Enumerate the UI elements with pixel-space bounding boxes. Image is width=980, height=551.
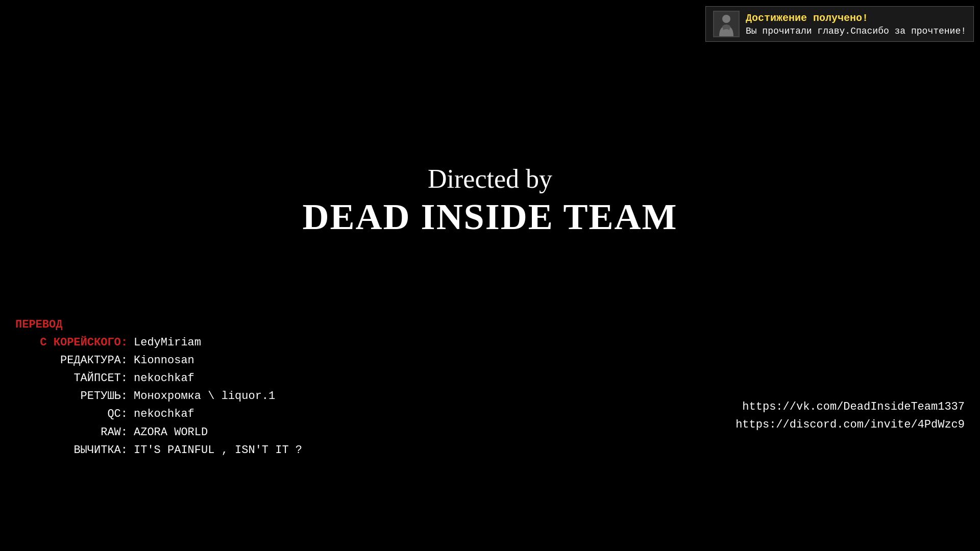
credits-section: ПЕРЕВОД С КОРЕЙСКОГО: LedyMiriam РЕДАКТУ… — [15, 316, 302, 460]
credits-row: RAW: AZORA WORLD — [15, 423, 302, 441]
social-link-vk: https://vk.com/DeadInsideTeam1337 — [736, 398, 965, 416]
credits-value: Kionnosan — [134, 352, 194, 369]
achievement-title: Достижение получено! — [746, 12, 966, 24]
main-content: Directed by DEAD INSIDE TEAM — [0, 163, 980, 239]
credits-value: Монохромка \ liquor.1 — [134, 387, 275, 405]
team-name-label: DEAD INSIDE TEAM — [0, 195, 980, 239]
achievement-notification: Достижение получено! Вы прочитали главу.… — [705, 6, 974, 42]
credits-row: QC: nekochkaf — [15, 405, 302, 423]
directed-by-label: Directed by — [0, 163, 980, 195]
credits-key-white: ТАЙПСЕТ: — [15, 369, 128, 387]
achievement-description: Вы прочитали главу.Спасибо за прочтение! — [746, 26, 966, 36]
credits-row: С КОРЕЙСКОГО: LedyMiriam — [15, 334, 302, 352]
credits-row: РЕТУШЬ: Монохромка \ liquor.1 — [15, 387, 302, 405]
credits-value: IT'S PAINFUL , ISN'T IT ? — [134, 441, 302, 459]
achievement-avatar — [713, 11, 740, 37]
credits-value: AZORA WORLD — [134, 423, 208, 441]
credits-value: nekochkaf — [134, 405, 194, 423]
achievement-text: Достижение получено! Вы прочитали главу.… — [746, 12, 966, 36]
credits-row: ТАЙПСЕТ: nekochkaf — [15, 369, 302, 387]
svg-point-1 — [722, 15, 730, 23]
credits-row: РЕДАКТУРА: Kionnosan — [15, 352, 302, 369]
credits-key-white: ВЫЧИТКА: — [15, 441, 128, 459]
credits-section-label: ПЕРЕВОД — [15, 316, 302, 334]
credits-key: С КОРЕЙСКОГО: — [15, 334, 128, 352]
credits-row: ВЫЧИТКА: IT'S PAINFUL , ISN'T IT ? — [15, 441, 302, 459]
social-links: https://vk.com/DeadInsideTeam1337 https:… — [736, 398, 965, 434]
credits-key-white: RAW: — [15, 423, 128, 441]
credits-value: LedyMiriam — [134, 334, 201, 352]
social-link-discord: https://discord.com/invite/4PdWzc9 — [736, 416, 965, 434]
credits-key-white: QC: — [15, 405, 128, 423]
credits-key-white: РЕДАКТУРА: — [15, 352, 128, 369]
credits-key-white: РЕТУШЬ: — [15, 387, 128, 405]
credits-value: nekochkaf — [134, 369, 194, 387]
